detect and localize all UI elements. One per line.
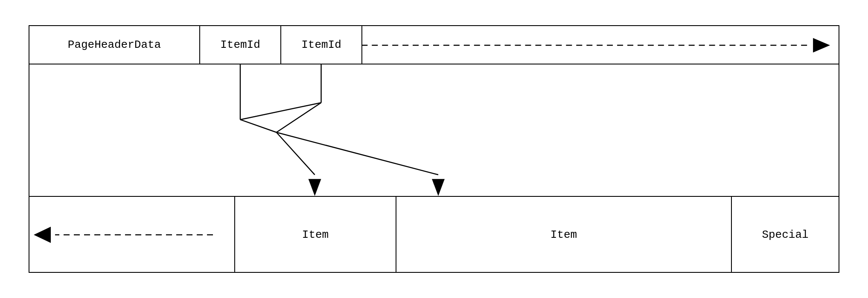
bottom-row: Item Item Special <box>29 197 839 273</box>
cell-itemid-1: ItemId <box>200 26 281 64</box>
svg-marker-10 <box>34 227 51 243</box>
svg-marker-6 <box>309 179 321 196</box>
middle-svg <box>29 64 839 196</box>
cell-itemid-2: ItemId <box>281 26 362 64</box>
bottom-cell-special: Special <box>732 197 839 273</box>
itemid-1-label: ItemId <box>220 38 260 51</box>
cell-page-header: PageHeaderData <box>29 26 200 64</box>
item1-label: Item <box>302 228 329 241</box>
itemid-2-label: ItemId <box>301 38 341 51</box>
bottom-dashed-left <box>29 197 234 273</box>
svg-line-4 <box>277 102 321 132</box>
page-header-label: PageHeaderData <box>68 38 161 51</box>
middle-area <box>29 64 839 197</box>
cell-dashed-right <box>362 26 839 64</box>
bottom-cell-item1: Item <box>234 197 396 273</box>
svg-marker-8 <box>432 179 445 196</box>
svg-line-7 <box>277 132 438 175</box>
special-label: Special <box>762 228 808 241</box>
svg-line-5 <box>277 132 315 175</box>
svg-line-2 <box>240 102 321 120</box>
svg-line-3 <box>240 120 277 132</box>
top-row: PageHeaderData ItemId ItemId <box>29 26 839 64</box>
bottom-left-svg <box>29 197 234 273</box>
diagram-container: PageHeaderData ItemId ItemId <box>29 25 839 273</box>
item2-label: Item <box>551 228 577 241</box>
bottom-cell-item2: Item <box>396 197 732 273</box>
